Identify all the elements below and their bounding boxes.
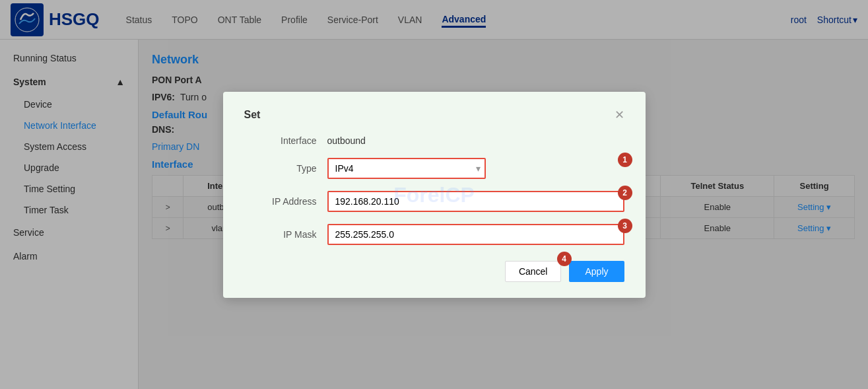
type-select-wrap: IPv4 IPv6 ▾ [327,158,486,179]
modal-header: Set ✕ [244,108,624,122]
apply-button[interactable]: Apply [569,261,624,282]
step-badge-1: 1 [618,153,632,167]
ip-mask-label: IP Mask [244,229,317,240]
ip-mask-input[interactable] [327,224,624,245]
ip-address-label: IP Address [244,196,317,207]
form-ip-mask-row: IP Mask 3 [244,224,624,245]
interface-value: outbound [327,135,366,146]
modal-set: Set ✕ ForelCP Interface outbound Type IP… [223,92,646,298]
type-select[interactable]: IPv4 IPv6 [327,158,486,179]
step-badge-4: 4 [557,252,572,266]
interface-label: Interface [244,135,317,146]
modal-title: Set [244,109,261,121]
modal-overlay: Set ✕ ForelCP Interface outbound Type IP… [0,0,868,389]
ip-address-input[interactable] [327,191,624,212]
modal-actions: 4 Cancel Apply [244,261,624,282]
step-badge-3: 3 [618,219,632,233]
modal-close-button[interactable]: ✕ [615,108,624,122]
form-ip-address-row: IP Address 2 [244,191,624,212]
form-interface-row: Interface outbound [244,135,624,146]
step-badge-2: 2 [618,186,632,200]
type-label: Type [244,163,317,174]
cancel-button[interactable]: Cancel [505,261,562,282]
form-type-row: Type IPv4 IPv6 ▾ 1 [244,158,624,179]
